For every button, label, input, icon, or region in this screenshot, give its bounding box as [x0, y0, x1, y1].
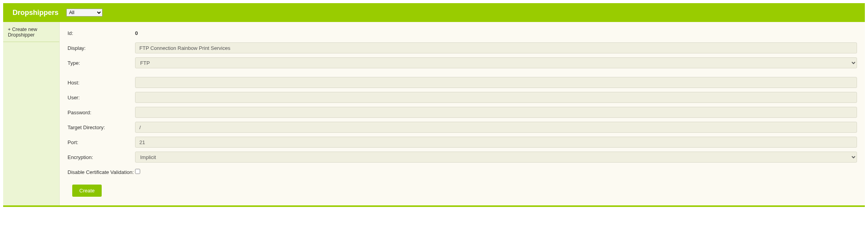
user-input[interactable]	[135, 92, 857, 103]
form-panel: Id: 0 Display: Type: FTP Host:	[60, 22, 865, 205]
host-input[interactable]	[135, 77, 857, 88]
password-input[interactable]	[135, 107, 857, 118]
create-new-dropshipper-link[interactable]: + Create new Dropshipper	[3, 22, 59, 42]
disable-cert-label: Disable Certificate Validation:	[68, 169, 135, 175]
encryption-select[interactable]: Implicit	[135, 152, 857, 163]
id-label: Id:	[68, 30, 135, 36]
user-label: User:	[68, 95, 135, 101]
target-directory-label: Target Directory:	[68, 124, 135, 130]
sidebar: + Create new Dropshipper	[3, 22, 60, 205]
encryption-label: Encryption:	[68, 154, 135, 160]
display-label: Display:	[68, 45, 135, 51]
host-label: Host:	[68, 80, 135, 86]
page-header: Dropshippers All	[3, 3, 865, 22]
create-button[interactable]: Create	[72, 185, 102, 197]
display-input[interactable]	[135, 42, 857, 53]
type-select[interactable]: FTP	[135, 57, 857, 68]
password-label: Password:	[68, 110, 135, 115]
disable-cert-checkbox[interactable]	[135, 169, 140, 174]
footer-accent	[3, 205, 865, 207]
type-label: Type:	[68, 60, 135, 66]
page-title: Dropshippers	[13, 9, 58, 17]
id-value: 0	[135, 30, 857, 36]
filter-select[interactable]: All	[66, 9, 102, 16]
target-directory-input[interactable]	[135, 122, 857, 133]
port-label: Port:	[68, 139, 135, 145]
port-input[interactable]	[135, 137, 857, 148]
